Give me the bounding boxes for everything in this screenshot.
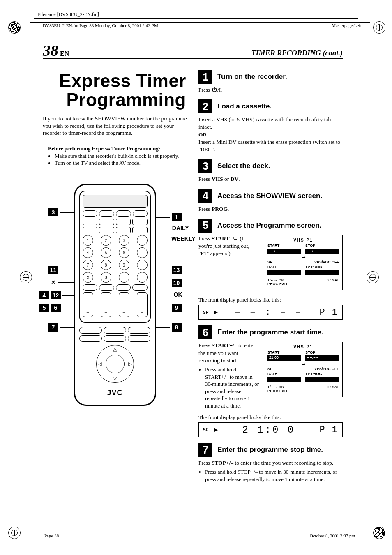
step-title: Access the Programme screen. (217, 221, 321, 230)
osd-panel: VHS P1 START– –:– – STOP– –:– – ➡ SP VPS… (264, 235, 343, 290)
step-6: 6 Enter the programme start time. (198, 325, 343, 339)
step-num: 6 (198, 325, 212, 339)
lcd-digits: 2 1:0 0 (224, 424, 314, 435)
step-title: Access the SHOWVIEW screen. (217, 192, 322, 200)
remote-digit-1: 1 (83, 235, 93, 246)
remote-button (137, 260, 148, 270)
bullet-list: Press and hold STOP+/– to move in 30-min… (198, 468, 343, 483)
arrow-icon: ➡ (267, 362, 339, 366)
callout-9: 9 (154, 304, 182, 312)
step-num: 7 (198, 443, 212, 457)
step-1: 1 Turn on the recorder. (198, 70, 343, 84)
step-title: Enter the programme stop time. (217, 446, 323, 454)
remote-digit-3: 3 (119, 235, 129, 246)
before-box: Before performing Express Timer Programm… (43, 142, 187, 171)
step-body: VHS P1 START21:00 STOP– –:– – ➡ SP VPS/P… (198, 342, 343, 410)
step-num: 3 (198, 159, 212, 173)
callout-11: 11 (48, 266, 76, 274)
remote-button (132, 219, 148, 225)
page-num-value: 38 (43, 42, 58, 59)
lcd-program: P 1 (319, 307, 338, 318)
step-body: Insert a VHS (or S-VHS) cassette with th… (198, 116, 343, 153)
remote-dpad: △ ▽ ◁ ▷ (96, 345, 134, 383)
title-line2: Programming (66, 90, 186, 110)
registration-mark (8, 527, 21, 539)
left-icon: ◁ (98, 361, 102, 367)
lcd-panel: SP ▶ – – : – – P 1 (198, 305, 343, 320)
filename-label: Filename [DVS3EU_2-EN.fm] (37, 12, 99, 18)
remote-plus-minus: +− (101, 292, 111, 317)
remote-plus-minus: +− (137, 292, 148, 317)
step-body: Press ⏻/I. (198, 86, 343, 94)
remote-button (79, 335, 102, 342)
remote-digit-5: 5 (101, 247, 111, 258)
callout-ok: OK (154, 291, 182, 298)
before-title: Before performing Express Timer Programm… (48, 145, 182, 152)
step-4: 4 Access the SHOWVIEW screen. (198, 189, 343, 203)
remote-button (116, 227, 131, 233)
remote-button (133, 210, 148, 217)
callout-5-6: 65 (39, 304, 79, 312)
callout-10: 10 (154, 279, 182, 287)
remote-button (104, 327, 126, 334)
front-caption: The front display panel looks like this: (198, 297, 343, 303)
right-icon: ▷ (128, 361, 132, 367)
remote-button (83, 284, 98, 291)
step-body: Press STOP+/– to enter the time you want… (198, 459, 343, 483)
callout-x: ✕ (51, 279, 76, 286)
page-header: 38EN TIMER RECORDING (cont.) (43, 44, 343, 59)
footer-right: October 8, 2001 2:37 pm (310, 533, 355, 538)
remote-plus-minus: +− (83, 292, 93, 317)
before-list: Make sure that the recorder's built-in c… (48, 153, 182, 166)
play-icon: ▶ (214, 309, 218, 315)
step-5: 5 Access the Programme screen. (198, 219, 343, 233)
remote-digit-6: 6 (119, 247, 129, 258)
remote-button (128, 335, 150, 342)
remote-button (116, 210, 131, 217)
remote-button (132, 284, 148, 291)
frame-meta-left: DVS3EU_2-EN.fm Page 38 Monday, October 8… (43, 23, 158, 28)
right-column: 1 Turn on the recorder. Press ⏻/I. 2 Loa… (198, 64, 343, 484)
intro-text: If you do not know the SHOWVIEW number f… (43, 115, 187, 137)
remote-button (128, 327, 150, 334)
remote-button (119, 272, 129, 283)
page: Filename [DVS3EU_2-EN.fm] DVS3EU_2-EN.fm… (0, 0, 392, 555)
remote-digit-9: 9 (119, 260, 129, 270)
callout-4-12: 124 (39, 291, 79, 299)
bullet-item: Press and hold STOP+/– to move in 30-min… (205, 468, 343, 483)
step-num: 1 (198, 70, 212, 84)
registration-starburst (373, 527, 385, 539)
callout-daily: DAILY (156, 225, 189, 231)
step-num: 4 (198, 189, 212, 203)
before-item: Make sure that the recorder's built-in c… (55, 153, 182, 159)
remote-ir-window (83, 195, 148, 208)
or-label: OR (198, 131, 207, 138)
remote-diagram: 3 11 ✕ 124 65 7 1 DAILY WEEKLY 13 10 OK … (53, 184, 177, 406)
step-body: Press VHS or DV. (198, 175, 343, 183)
remote-button (83, 210, 98, 217)
lcd-digits: – – : – – (224, 307, 314, 318)
before-item: Turn on the TV and select the AV mode. (55, 160, 182, 166)
callout-13: 13 (154, 266, 182, 274)
step-7: 7 Enter the programme stop time. (198, 443, 343, 457)
remote-button (104, 335, 126, 342)
step-body: VHS P1 START– –:– – STOP– –:– – ➡ SP VPS… (198, 235, 343, 293)
osd-top: VHS P1 (267, 345, 339, 349)
lcd-panel: SP ▶ 2 1:0 0 P 1 (198, 422, 343, 437)
step-body: Press PROG. (198, 205, 343, 213)
step-num: 5 (198, 219, 212, 233)
lcd-sp: SP (203, 310, 208, 315)
remote-button (99, 284, 114, 291)
osd-panel: VHS P1 START21:00 STOP– –:– – ➡ SP VPS/P… (264, 342, 343, 397)
callout-1: 1 (154, 213, 182, 221)
remote-button (99, 210, 114, 217)
step-3: 3 Select the deck. (198, 159, 343, 173)
footer-left: Page 38 (44, 533, 59, 538)
remote-x: ✕ (83, 272, 93, 283)
step-title: Select the deck. (217, 162, 270, 170)
frame-bottom-line (30, 532, 370, 532)
step-2: 2 Load a cassette. (198, 99, 343, 113)
remote-button (137, 247, 148, 258)
callout-3: 3 (48, 208, 76, 216)
remote-button (137, 272, 148, 283)
